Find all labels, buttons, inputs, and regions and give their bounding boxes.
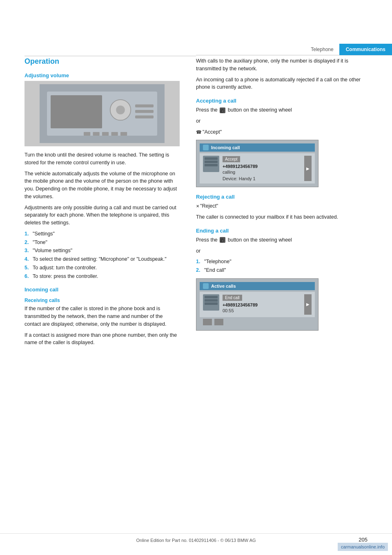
footer-text: Online Edition for Part no. 01402911406 … [136,538,256,543]
svg-rect-9 [93,132,100,136]
incoming-call-title: Incoming call [24,286,180,293]
header-tabs: Telephone Communications [196,44,392,56]
section-title: Operation [24,57,180,66]
svg-rect-5 [135,105,154,107]
incoming-call-screen: Incoming call Accept +4989123456789 call… [196,140,318,187]
avatar-row-1 [205,157,218,160]
adjusting-para-3: Adjustments are only possible during a c… [24,204,180,227]
active-screen-controls [200,317,315,327]
accepting-para: Press the ✆ button on the steering wheel [196,106,368,114]
page-number: 205 [359,537,368,543]
svg-rect-11 [111,132,118,136]
receiving-para-2: If a contact is assigned more than one p… [24,331,180,347]
ending-list-item-1: 1."Telephone" [196,258,368,266]
avatar-row-3 [205,164,218,166]
screen-side-button[interactable]: ▶ [304,156,312,181]
left-column: Operation Adjusting volume [24,57,180,350]
calling-text: calling [223,170,301,175]
active-screen-avatar [203,294,219,311]
active-screen-title: Active calls [211,284,236,289]
adjusting-para-1: Turn the knob until the desired volume i… [24,151,180,167]
active-phone-number: +4989123456789 [223,302,301,307]
right-para-2: An incoming call to a phone is automatic… [196,76,368,92]
svg-rect-8 [84,132,90,136]
active-screen-body: End call +4989123456789 00:55 ▶ [200,292,315,317]
active-avatar-row-2 [205,299,218,302]
ending-list-item-2: 2."End call" [196,266,368,274]
watermark: carmanualsonline.info [338,543,388,551]
list-item-5: 5.To adjust: turn the controller. [24,264,180,272]
avatar-row-2 [205,161,218,163]
header-line [24,56,196,56]
accepting-call-title: Accepting a call [196,98,368,104]
rejecting-para: The caller is connected to your mailbox … [196,213,368,221]
rejecting-call-title: Rejecting a call [196,194,368,200]
rejecting-voice: "Reject" [196,202,368,210]
active-screen-info: End call +4989123456789 00:55 [223,294,301,315]
accepting-voice: "Accept" [196,128,368,136]
device-image [24,81,180,146]
screen-header: Incoming call [200,143,315,152]
phone-button-icon-2: ✆ [220,237,225,243]
control-btn-1[interactable] [203,319,212,325]
call-duration: 00:55 [223,308,301,313]
page-content: Operation Adjusting volume [24,57,368,522]
accepting-or: or [196,117,368,125]
ending-para: Press the ✆ button on the steering wheel [196,236,368,244]
active-avatar-row-3 [205,302,218,305]
screen-header-title: Incoming call [211,145,240,150]
svg-rect-7 [135,116,154,119]
ending-or: or [196,247,368,255]
accept-button[interactable]: Accept [223,156,240,162]
adjusting-para-2: The vehicle automatically adjusts the vo… [24,170,180,201]
ending-list: 1."Telephone" 2."End call" [196,258,368,274]
adjusting-volume-title: Adjusting volume [24,72,180,78]
right-para-1: With calls to the auxiliary phone, only … [196,57,368,73]
phone-number: +4989123456789 [223,164,301,169]
device-text: Device: Handy 1 [223,176,301,181]
list-item-4: 4.To select the desired setting: "Microp… [24,255,180,263]
active-calls-screen: Active calls End call +4989123456789 00:… [196,278,318,331]
phone-button-icon: ✆ [220,107,225,113]
svg-rect-10 [102,132,109,136]
two-column-layout: Operation Adjusting volume [24,57,368,350]
svg-point-4 [116,105,125,114]
tab-telephone[interactable]: Telephone [305,44,339,55]
screen-header-icon [203,145,209,150]
svg-rect-6 [135,110,154,113]
screen-avatar [203,156,219,172]
list-item-1: 1."Settings" [24,230,180,238]
svg-rect-2 [51,95,102,128]
settings-list: 1."Settings" 2."Tone" 3."Volume settings… [24,230,180,280]
receiving-para-1: If the number of the caller is stored in… [24,305,180,328]
footer: Online Edition for Part no. 01402911406 … [0,533,392,543]
active-avatar-row-1 [205,296,218,298]
screen-body: Accept +4989123456789 calling Device: Ha… [200,153,315,184]
right-column: With calls to the auxiliary phone, only … [196,57,368,350]
control-btn-2[interactable] [214,319,223,325]
svg-rect-12 [120,132,127,136]
ending-call-title: Ending a call [196,228,368,234]
list-item-2: 2."Tone" [24,239,180,246]
tab-communications[interactable]: Communications [339,44,392,55]
active-screen-header: Active calls [200,282,315,290]
receiving-calls-title: Receiving calls [24,298,180,303]
active-screen-icon [203,283,209,289]
screen-info: Accept +4989123456789 calling Device: Ha… [223,156,301,181]
active-screen-side-button[interactable]: ▶ [304,294,312,315]
end-call-button[interactable]: End call [223,295,242,301]
list-item-6: 6.To store: press the controller. [24,273,180,280]
list-item-3: 3."Volume settings" [24,247,180,255]
